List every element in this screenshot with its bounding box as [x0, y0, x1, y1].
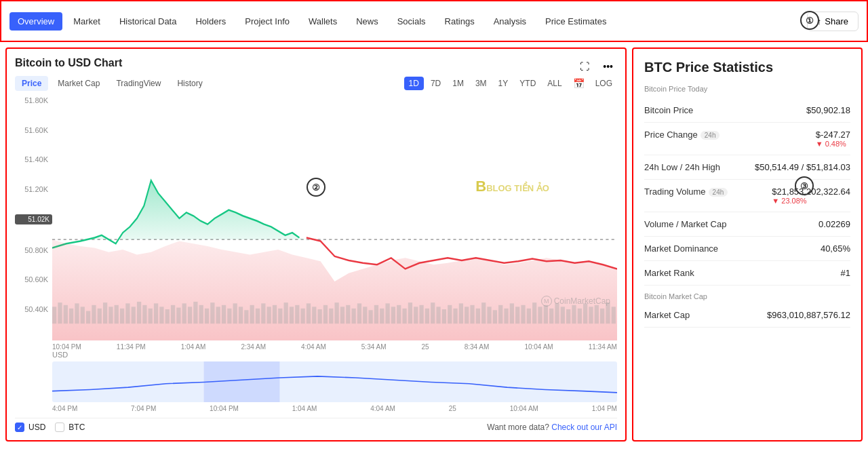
calendar-button[interactable]: 📅 [569, 76, 589, 91]
svg-rect-32 [205, 309, 209, 323]
mini-x-label-3: 1:04 AM [292, 405, 317, 412]
time-btn-1d[interactable]: 1D [404, 77, 424, 90]
y-axis: 51.80K51.60K51.40K51.20K51.02K50.80K50.6… [15, 96, 52, 313]
svg-rect-42 [261, 303, 265, 323]
svg-rect-59 [357, 303, 361, 323]
x-label-7: 8:34 AM [465, 343, 490, 351]
time-btn-all[interactable]: ALL [542, 77, 566, 90]
chart-tab-market cap[interactable]: Market Cap [51, 76, 106, 91]
nav-tab-price-estimates[interactable]: Price Estimates [537, 12, 614, 31]
svg-rect-40 [250, 305, 254, 323]
btc-toggle[interactable]: BTC [55, 423, 85, 432]
svg-rect-71 [425, 309, 429, 323]
time-btn-1m[interactable]: 1M [448, 77, 469, 90]
nav-tab-news[interactable]: News [348, 12, 387, 31]
svg-rect-58 [351, 309, 355, 323]
btc-label: BTC [68, 423, 85, 432]
stat-value-2: $50,514.49 / $51,814.03 [755, 162, 850, 172]
time-btn-ytd[interactable]: YTD [515, 77, 540, 90]
svg-rect-35 [222, 305, 226, 323]
svg-rect-50 [307, 303, 311, 323]
svg-rect-45 [278, 309, 282, 323]
chart-title: Bitcoin to USD Chart [15, 57, 122, 69]
time-btn-3m[interactable]: 3M [471, 77, 492, 90]
stat-change-1: 0.48% [816, 140, 850, 148]
svg-rect-91 [538, 307, 542, 323]
nav-tab-overview[interactable]: Overview [9, 12, 62, 31]
currency-toggles: USD BTC [15, 423, 85, 432]
svg-rect-18 [125, 303, 130, 323]
nav-tab-market[interactable]: Market [65, 12, 108, 31]
svg-rect-56 [340, 307, 344, 323]
stat-row-6: Market Rank#1 [644, 261, 850, 286]
svg-rect-77 [459, 303, 463, 323]
nav-tab-ratings[interactable]: Ratings [437, 12, 483, 31]
stat-row2-0: Market Cap$963,010,887,576.12 [644, 303, 850, 328]
svg-rect-87 [515, 307, 519, 323]
svg-rect-65 [391, 307, 395, 323]
svg-rect-26 [171, 305, 175, 323]
usd-toggle[interactable]: USD [15, 423, 45, 432]
nav-tab-historical-data[interactable]: Historical Data [111, 12, 185, 31]
svg-rect-55 [335, 302, 339, 323]
svg-rect-62 [374, 305, 378, 323]
time-btn-7d[interactable]: 7D [426, 77, 446, 90]
svg-rect-96 [566, 309, 570, 323]
svg-rect-81 [481, 302, 486, 323]
svg-rect-75 [448, 305, 452, 323]
btc-checkbox[interactable] [55, 423, 64, 432]
svg-rect-25 [165, 309, 170, 323]
api-link[interactable]: Check out our API [551, 423, 617, 432]
api-link-container: Want more data? Check out our API [487, 423, 617, 432]
x-label-9: 11:34 AM [589, 343, 617, 351]
watermark-cmc: M CoinMarketCap [541, 296, 610, 307]
badge-1: ① [800, 11, 819, 30]
chart-tab-tradingview[interactable]: TradingView [109, 76, 167, 91]
svg-marker-4 [52, 239, 617, 340]
chart-tab-history[interactable]: History [170, 76, 209, 91]
y-label-1: 51.60K [15, 126, 52, 134]
svg-rect-13 [98, 309, 102, 323]
stat-value-5: 40,65% [821, 243, 850, 254]
more-options-button[interactable]: ••• [599, 59, 617, 74]
log-button[interactable]: LOG [591, 77, 617, 90]
stat-label-4: Volume / Market Cap [644, 219, 726, 229]
svg-rect-76 [453, 309, 457, 323]
svg-rect-6 [58, 302, 62, 323]
stat-label-0: Bitcoin Price [644, 105, 693, 115]
svg-rect-80 [476, 309, 480, 323]
nav-tab-analysis[interactable]: Analysis [486, 12, 534, 31]
svg-rect-21 [142, 305, 146, 323]
nav-tab-holders[interactable]: Holders [187, 12, 234, 31]
y-label-0: 51.80K [15, 96, 52, 104]
fullscreen-button[interactable]: ⛶ [576, 59, 593, 74]
svg-rect-54 [329, 309, 333, 323]
svg-rect-85 [504, 309, 508, 323]
stat-value-4: 0.02269 [818, 219, 850, 229]
svg-rect-27 [176, 308, 180, 324]
nav-tab-wallets[interactable]: Wallets [300, 12, 345, 31]
svg-rect-53 [323, 305, 328, 323]
time-btn-1y[interactable]: 1Y [494, 77, 513, 90]
stat-row-1: Price Change24h$-247.270.48% [644, 123, 850, 155]
chart-svg: BBLOG TIỀN ẢO M CoinMarketCap ② [52, 96, 617, 340]
nav-tabs: OverviewMarketHistorical DataHoldersProj… [9, 12, 614, 31]
svg-rect-100 [589, 307, 593, 323]
y-label-2: 51.40K [15, 155, 52, 163]
chart-tab-price[interactable]: Price [15, 76, 48, 91]
svg-rect-30 [193, 302, 197, 323]
usd-checkbox[interactable] [15, 423, 24, 432]
svg-rect-93 [549, 309, 553, 323]
mini-x-label-5: 25 [449, 405, 456, 412]
svg-rect-61 [368, 310, 372, 323]
usd-label: USD [28, 423, 45, 432]
nav-tab-project-info[interactable]: Project Info [237, 12, 298, 31]
stat-label-6: Market Rank [644, 268, 694, 278]
svg-rect-22 [149, 309, 153, 323]
x-label-0: 10:04 PM [52, 343, 81, 351]
stats-title: BTC Price Statistics [644, 60, 850, 75]
svg-rect-44 [273, 305, 277, 323]
svg-rect-106 [204, 361, 280, 402]
nav-tab-socials[interactable]: Socials [389, 12, 434, 31]
svg-rect-47 [290, 307, 294, 323]
